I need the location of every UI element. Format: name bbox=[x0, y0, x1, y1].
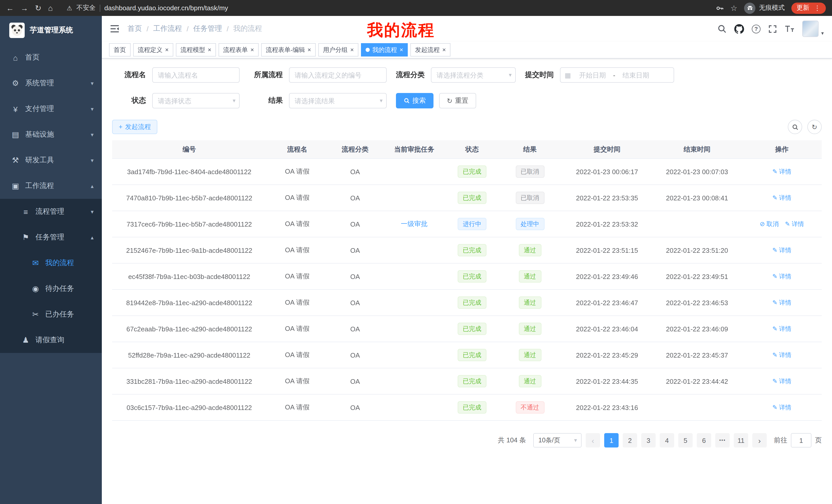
detail-link[interactable]: ✎详情 bbox=[772, 272, 791, 281]
page-button[interactable]: 4 bbox=[660, 433, 674, 447]
end-date-input[interactable] bbox=[616, 71, 655, 79]
font-size-icon[interactable] bbox=[785, 24, 795, 33]
action-label: 详情 bbox=[779, 325, 791, 333]
sidebar-item-system-management[interactable]: ⚙系统管理▾ bbox=[0, 71, 102, 96]
reload-icon[interactable]: ↻ bbox=[35, 4, 42, 12]
search-icon[interactable] bbox=[717, 24, 727, 33]
sidebar-item-payment-management[interactable]: ¥支付管理▾ bbox=[0, 96, 102, 122]
result-select-input[interactable] bbox=[289, 93, 387, 108]
github-icon[interactable] bbox=[734, 24, 744, 34]
start-date-input[interactable] bbox=[573, 71, 612, 79]
close-icon[interactable]: × bbox=[442, 47, 446, 53]
detail-link[interactable]: ✎详情 bbox=[772, 246, 791, 255]
actions-cell: ✎详情 bbox=[742, 368, 822, 395]
sidebar-item-infrastructure[interactable]: ▤基础设施▾ bbox=[0, 122, 102, 147]
sidebar-item-leave-query[interactable]: ♟请假查询 bbox=[0, 327, 102, 353]
detail-link[interactable]: ✎详情 bbox=[772, 351, 791, 359]
page-ellipsis-button[interactable]: ••• bbox=[715, 433, 730, 447]
sidebar-item-task-management[interactable]: ⚑任务管理▴ bbox=[0, 225, 102, 250]
forward-icon[interactable]: → bbox=[21, 4, 28, 12]
tab-home[interactable]: 首页 bbox=[109, 43, 131, 57]
sidebar-item-devtools[interactable]: ⚒研发工具▾ bbox=[0, 147, 102, 173]
close-icon[interactable]: × bbox=[399, 47, 403, 53]
incognito-chip[interactable]: 无痕模式 bbox=[744, 2, 785, 13]
category-select-input[interactable] bbox=[431, 67, 516, 83]
sidebar-collapse-icon[interactable] bbox=[110, 25, 119, 33]
chat-bubble-icon: ✉ bbox=[30, 258, 41, 268]
sidebar-item-todo-task[interactable]: ◉待办任务 bbox=[0, 276, 102, 302]
key-icon[interactable] bbox=[716, 4, 724, 12]
detail-link[interactable]: ✎详情 bbox=[772, 298, 791, 307]
flag-icon: ⚑ bbox=[21, 233, 31, 242]
page-button[interactable]: 11 bbox=[734, 433, 748, 447]
address-bar[interactable]: ⚠ 不安全 dashboard.yudao.iocoder.cn/bpm/tas… bbox=[67, 4, 709, 12]
page-button[interactable]: 2 bbox=[623, 433, 637, 447]
sidebar-item-workflow[interactable]: ▣工作流程▴ bbox=[0, 173, 102, 199]
page-button[interactable]: 5 bbox=[678, 433, 693, 447]
close-icon[interactable]: × bbox=[350, 47, 354, 53]
browser-home-icon[interactable]: ⌂ bbox=[48, 4, 53, 12]
tab-my-process[interactable]: 我的流程× bbox=[361, 43, 408, 57]
cancel-link[interactable]: ⊘取消 bbox=[760, 220, 779, 228]
close-icon[interactable]: × bbox=[308, 47, 311, 53]
current-task-link[interactable]: 一级审批 bbox=[401, 219, 427, 229]
actions-cell: ✎详情 bbox=[742, 185, 822, 211]
detail-link[interactable]: ✎详情 bbox=[772, 167, 791, 176]
address-divider bbox=[100, 4, 100, 11]
page-button[interactable]: 6 bbox=[697, 433, 711, 447]
tab-user-group[interactable]: 用户分组× bbox=[318, 43, 358, 57]
detail-link[interactable]: ✎详情 bbox=[772, 193, 791, 202]
breadcrumb-item[interactable]: 首页 bbox=[128, 24, 142, 33]
page-button[interactable]: 1 bbox=[604, 433, 619, 447]
help-icon[interactable]: ? bbox=[752, 24, 760, 33]
detail-link[interactable]: ✎详情 bbox=[772, 325, 791, 333]
prev-page-button[interactable]: ‹ bbox=[586, 433, 600, 447]
detail-link[interactable]: ✎详情 bbox=[772, 377, 791, 386]
page-size-select[interactable]: 10条/页 ▾ bbox=[533, 433, 581, 447]
next-page-button[interactable]: › bbox=[752, 433, 767, 447]
detail-link[interactable]: ✎详情 bbox=[772, 403, 791, 412]
tab-process-form-edit[interactable]: 流程表单-编辑× bbox=[261, 43, 316, 57]
process-name-input[interactable] bbox=[152, 67, 240, 83]
refresh-table-icon[interactable]: ↻ bbox=[807, 120, 822, 134]
detail-link[interactable]: ✎详情 bbox=[785, 220, 804, 228]
category-select[interactable]: ▾ bbox=[431, 67, 516, 83]
result-select[interactable]: ▾ bbox=[289, 93, 387, 108]
sidebar-item-label: 首页 bbox=[25, 53, 40, 62]
sidebar-item-my-process[interactable]: ✉我的流程 bbox=[0, 250, 102, 276]
column-header: 流程分类 bbox=[328, 140, 382, 159]
search-button[interactable]: 搜索 bbox=[396, 93, 434, 108]
user-menu[interactable]: ▾ bbox=[802, 21, 824, 37]
close-icon[interactable]: × bbox=[165, 47, 169, 53]
parent-process-input[interactable] bbox=[289, 67, 387, 83]
goto-page-input[interactable] bbox=[791, 433, 811, 447]
tab-process-form[interactable]: 流程表单× bbox=[218, 43, 259, 57]
close-icon[interactable]: × bbox=[251, 47, 254, 53]
tab-start-process[interactable]: 发起流程× bbox=[410, 43, 450, 57]
date-range-picker[interactable]: ▦ - bbox=[560, 67, 674, 83]
tab-process-definition[interactable]: 流程定义× bbox=[133, 43, 173, 57]
hide-search-icon[interactable] bbox=[788, 120, 802, 134]
update-button[interactable]: 更新 ⋮ bbox=[791, 2, 826, 13]
breadcrumb-item[interactable]: 工作流程 bbox=[153, 24, 182, 33]
bookmark-star-icon[interactable]: ☆ bbox=[730, 4, 737, 12]
start-process-button[interactable]: + 发起流程 bbox=[112, 120, 158, 134]
edit-icon: ✎ bbox=[785, 221, 790, 227]
tab-process-model[interactable]: 流程模型× bbox=[176, 43, 216, 57]
page-button[interactable]: 3 bbox=[641, 433, 656, 447]
sidebar-item-process-management[interactable]: ≡流程管理▾ bbox=[0, 199, 102, 225]
incognito-label: 无痕模式 bbox=[759, 4, 785, 12]
sidebar-item-done-task[interactable]: ✂已办任务 bbox=[0, 302, 102, 327]
breadcrumb-item[interactable]: 任务管理 bbox=[193, 24, 222, 33]
sidebar-item-home[interactable]: ⌂首页 bbox=[0, 45, 102, 71]
app-logo[interactable]: 芋道管理系统 bbox=[0, 16, 102, 45]
fullscreen-icon[interactable] bbox=[768, 24, 777, 33]
back-icon[interactable]: ← bbox=[6, 4, 14, 12]
status-select-input[interactable] bbox=[152, 93, 240, 108]
status-select[interactable]: ▾ bbox=[152, 93, 240, 108]
browser-menu-icon[interactable]: ⋮ bbox=[814, 4, 821, 12]
process-category-cell: OA bbox=[328, 290, 382, 316]
close-icon[interactable]: × bbox=[208, 47, 211, 53]
avatar[interactable] bbox=[802, 21, 818, 37]
reset-button[interactable]: ↻ 重置 bbox=[439, 93, 476, 108]
